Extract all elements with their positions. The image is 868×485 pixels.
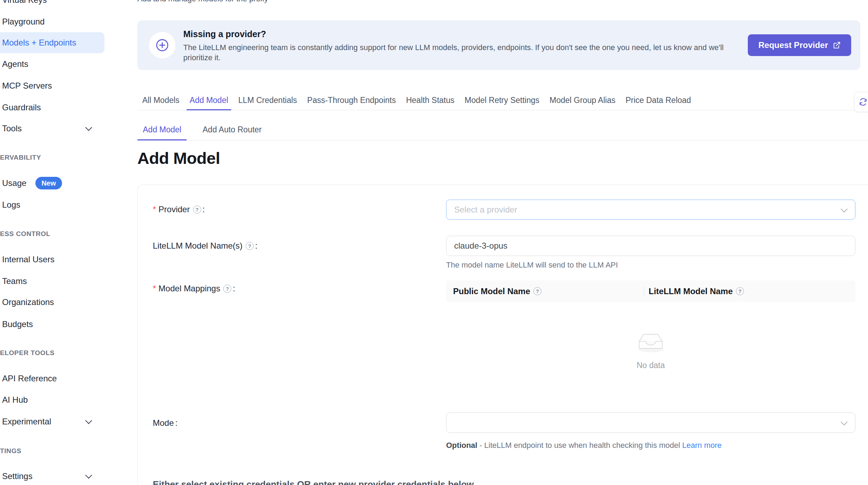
sidebar-section-settings: TINGS bbox=[0, 444, 104, 458]
add-model-form-card: * Provider ? : Select a provider LiteLLM… bbox=[137, 185, 868, 485]
tab-llm-credentials[interactable]: LLM Credentials bbox=[238, 90, 297, 110]
model-name-helper: The model name LiteLLM will send to the … bbox=[446, 261, 618, 270]
chevron-down-icon bbox=[85, 124, 92, 131]
tab-all-models[interactable]: All Models bbox=[142, 90, 179, 110]
sidebar-item-virtual-keys[interactable]: Virtual Keys bbox=[0, 0, 104, 11]
required-mark: * bbox=[153, 284, 156, 293]
chevron-down-icon bbox=[85, 472, 92, 479]
sidebar-item-models-endpoints[interactable]: Models + Endpoints bbox=[0, 32, 104, 53]
model-mappings-label: * Model Mappings ? : bbox=[153, 283, 235, 294]
model-name-label: LiteLLM Model Name(s) ? : bbox=[153, 241, 258, 251]
external-link-icon bbox=[833, 41, 841, 49]
sidebar-item-guardrails[interactable]: Guardrails bbox=[0, 97, 104, 118]
colon: : bbox=[255, 241, 258, 251]
provider-placeholder: Select a provider bbox=[454, 205, 517, 215]
sidebar-item-mcp-servers[interactable]: MCP Servers bbox=[0, 75, 104, 96]
model-mappings-label-text: Model Mappings bbox=[158, 284, 220, 293]
sidebar-item-label: API Reference bbox=[2, 374, 57, 383]
sidebar-item-budgets[interactable]: Budgets bbox=[0, 314, 104, 335]
banner-title: Missing a provider? bbox=[183, 29, 730, 39]
missing-provider-banner: Missing a provider? The LiteLLM engineer… bbox=[137, 20, 860, 70]
sidebar-item-label: Playground bbox=[2, 17, 45, 27]
sidebar-section-label: ESS CONTROL bbox=[0, 230, 50, 238]
sidebar-section-label: ERVABILITY bbox=[0, 154, 41, 161]
sidebar-item-settings[interactable]: Settings bbox=[0, 466, 104, 485]
model-name-value: claude-3-opus bbox=[454, 241, 507, 251]
sidebar-item-api-reference[interactable]: API Reference bbox=[0, 368, 104, 389]
column-header-label: Public Model Name bbox=[453, 286, 530, 296]
learn-more-link[interactable]: Learn more bbox=[682, 441, 722, 450]
sidebar-item-label: Internal Users bbox=[2, 255, 54, 264]
chevron-down-icon bbox=[85, 417, 92, 424]
question-circle-icon[interactable]: ? bbox=[246, 242, 254, 250]
model-name-input[interactable]: claude-3-opus bbox=[446, 236, 855, 256]
colon: : bbox=[203, 205, 205, 214]
refresh-button[interactable] bbox=[854, 92, 868, 112]
tab-model-retry-settings[interactable]: Model Retry Settings bbox=[465, 90, 539, 110]
mode-helper-text: - LiteLLM endpoint to use when health ch… bbox=[477, 441, 682, 450]
provider-select[interactable]: Select a provider bbox=[446, 200, 855, 220]
mode-label-text: Mode bbox=[153, 418, 174, 428]
sidebar-item-label: Agents bbox=[2, 59, 28, 69]
sidebar-item-label: Teams bbox=[2, 276, 27, 286]
tab-health-status[interactable]: Health Status bbox=[406, 90, 454, 110]
mappings-empty-state: No data bbox=[446, 328, 855, 370]
sidebar-item-teams[interactable]: Teams bbox=[0, 271, 104, 292]
sidebar-item-usage[interactable]: UsageNew bbox=[0, 173, 104, 194]
column-header-public-model-name: Public Model Name ? bbox=[446, 286, 644, 296]
tab-model-group-alias[interactable]: Model Group Alias bbox=[549, 90, 615, 110]
sidebar-item-logs[interactable]: Logs bbox=[0, 194, 104, 215]
sidebar-item-label: AI Hub bbox=[2, 395, 28, 405]
new-badge: New bbox=[35, 177, 62, 189]
sidebar-item-playground[interactable]: Playground bbox=[0, 11, 104, 32]
colon: : bbox=[233, 284, 235, 293]
sidebar-item-label: Budgets bbox=[2, 319, 33, 329]
sidebar-section-access-control: ESS CONTROL bbox=[0, 227, 104, 241]
request-provider-button[interactable]: Request Provider bbox=[748, 34, 851, 56]
sidebar-item-label: Organizations bbox=[2, 297, 54, 307]
colon: : bbox=[175, 418, 178, 428]
sidebar-item-internal-users[interactable]: Internal Users bbox=[0, 249, 104, 270]
mode-select[interactable] bbox=[446, 413, 855, 433]
sidebar-item-label: MCP Servers bbox=[2, 81, 52, 91]
credentials-footer-note: Either select existing credentials OR en… bbox=[153, 479, 474, 485]
banner-body: The LiteLLM engineering team is constant… bbox=[183, 42, 730, 63]
sidebar-item-label: Guardrails bbox=[2, 103, 41, 112]
question-circle-icon[interactable]: ? bbox=[193, 206, 201, 214]
sidebar-item-ai-hub[interactable]: AI Hub bbox=[0, 389, 104, 410]
subtab-add-model[interactable]: Add Model bbox=[137, 119, 187, 140]
sidebar-item-agents[interactable]: Agents bbox=[0, 54, 104, 75]
question-circle-icon[interactable]: ? bbox=[223, 285, 231, 293]
mode-helper: Optional - LiteLLM endpoint to use when … bbox=[446, 438, 726, 452]
subtab-add-auto-router[interactable]: Add Auto Router bbox=[203, 119, 262, 140]
sidebar-item-experimental[interactable]: Experimental bbox=[0, 411, 104, 432]
sidebar-section-observability: ERVABILITY bbox=[0, 151, 104, 165]
sidebar-item-label: Settings bbox=[2, 471, 33, 481]
banner-icon-circle bbox=[149, 32, 176, 58]
sidebar-item-label: Virtual Keys bbox=[2, 0, 47, 5]
sidebar-item-label: Experimental bbox=[2, 417, 51, 427]
sidebar-item-tools[interactable]: Tools bbox=[0, 118, 104, 139]
refresh-icon bbox=[859, 97, 868, 106]
banner-texts: Missing a provider? The LiteLLM engineer… bbox=[183, 29, 730, 63]
app-window: Virtual Keys Playground Models + Endpoin… bbox=[0, 0, 868, 485]
add-model-subtab-bar: Add Model Add Auto Router bbox=[137, 119, 868, 140]
mappings-table-header: Public Model Name ? LiteLLM Model Name ? bbox=[446, 280, 855, 302]
sidebar: Virtual Keys Playground Models + Endpoin… bbox=[0, 0, 105, 485]
column-header-litellm-model-name: LiteLLM Model Name ? bbox=[644, 286, 855, 296]
no-data-text: No data bbox=[446, 361, 855, 370]
models-tab-bar: All Models Add Model LLM Credentials Pas… bbox=[137, 90, 868, 110]
sidebar-item-organizations[interactable]: Organizations bbox=[0, 292, 104, 313]
sidebar-section-label: ELOPER TOOLS bbox=[0, 349, 55, 357]
tab-pass-through-endpoints[interactable]: Pass-Through Endpoints bbox=[307, 90, 396, 110]
provider-label: * Provider ? : bbox=[153, 204, 205, 215]
question-circle-icon[interactable]: ? bbox=[533, 287, 541, 295]
mode-label: Mode : bbox=[153, 418, 178, 428]
sidebar-item-label: Logs bbox=[2, 200, 20, 210]
question-circle-icon[interactable]: ? bbox=[736, 287, 744, 295]
tab-price-data-reload[interactable]: Price Data Reload bbox=[626, 90, 691, 110]
sidebar-item-label: Usage bbox=[2, 178, 26, 188]
tab-add-model[interactable]: Add Model bbox=[190, 90, 228, 110]
empty-inbox-icon bbox=[635, 328, 667, 353]
mode-helper-bold: Optional bbox=[446, 441, 477, 450]
